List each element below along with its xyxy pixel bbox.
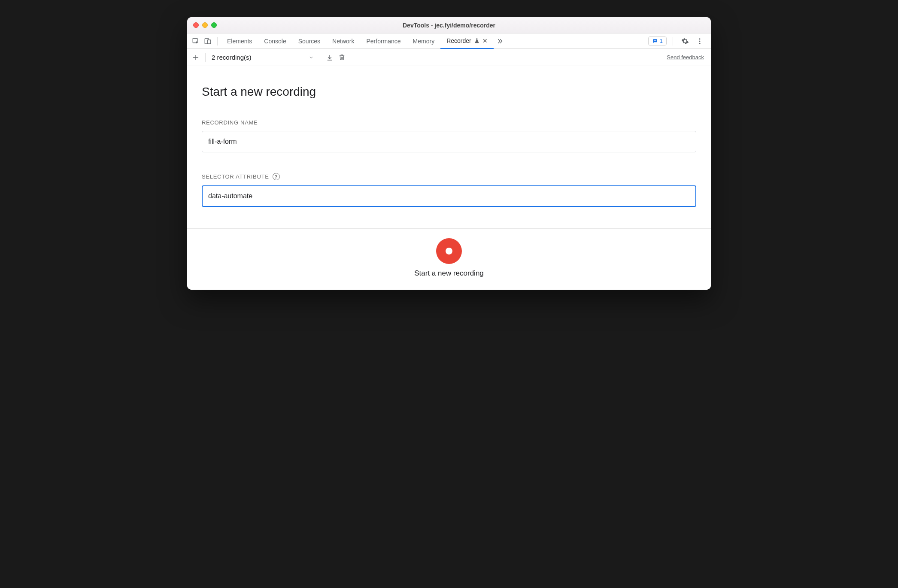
issues-button[interactable]: 1 xyxy=(648,36,667,45)
tab-performance[interactable]: Performance xyxy=(360,33,407,49)
separator xyxy=(642,37,642,45)
message-icon xyxy=(652,38,658,44)
tab-label: Elements xyxy=(227,38,252,45)
separator xyxy=(320,53,320,62)
send-feedback-link[interactable]: Send feedback xyxy=(667,54,704,61)
selector-attribute-label-text: SELECTOR ATTRIBUTE xyxy=(202,173,269,180)
close-window-button[interactable] xyxy=(193,22,199,28)
selector-attribute-input[interactable] xyxy=(202,185,696,207)
tabstrip: Elements Console Sources Network Perform… xyxy=(187,33,711,49)
delete-icon[interactable] xyxy=(336,52,348,64)
devtools-window: DevTools - jec.fyi/demo/recorder Element… xyxy=(187,17,711,290)
tab-label: Performance xyxy=(366,38,400,45)
close-tab-icon[interactable]: ✕ xyxy=(482,37,488,44)
more-tabs-icon[interactable] xyxy=(494,35,506,47)
recorder-content: Start a new recording RECORDING NAME SEL… xyxy=(187,66,711,207)
recordings-dropdown-label: 2 recording(s) xyxy=(212,54,252,61)
right-tools: 1 xyxy=(638,35,708,47)
tab-label: Memory xyxy=(413,38,435,45)
page-title: Start a new recording xyxy=(202,85,696,99)
svg-point-4 xyxy=(699,38,701,39)
start-recording-button[interactable] xyxy=(436,238,462,264)
svg-point-5 xyxy=(699,40,701,42)
recordings-dropdown[interactable]: 2 recording(s) xyxy=(209,52,316,64)
titlebar: DevTools - jec.fyi/demo/recorder xyxy=(187,17,711,33)
minimize-window-button[interactable] xyxy=(202,22,208,28)
svg-rect-2 xyxy=(207,40,211,44)
svg-rect-3 xyxy=(654,40,656,40)
recording-name-label: RECORDING NAME xyxy=(202,119,696,126)
traffic-lights xyxy=(193,22,217,28)
chevron-down-icon xyxy=(309,55,314,60)
start-recording-label: Start a new recording xyxy=(414,269,484,278)
add-recording-icon[interactable] xyxy=(190,52,202,64)
inspect-element-icon[interactable] xyxy=(190,35,202,47)
separator xyxy=(205,53,206,62)
separator xyxy=(217,37,218,45)
tab-memory[interactable]: Memory xyxy=(407,33,441,49)
recording-name-field: RECORDING NAME xyxy=(202,119,696,152)
tab-console[interactable]: Console xyxy=(258,33,292,49)
svg-point-6 xyxy=(699,42,701,44)
device-toolbar-icon[interactable] xyxy=(202,35,214,47)
selector-attribute-label: SELECTOR ATTRIBUTE ? xyxy=(202,173,696,180)
separator xyxy=(673,37,673,45)
tab-label: Console xyxy=(264,38,286,45)
tab-label: Network xyxy=(332,38,354,45)
recording-name-input[interactable] xyxy=(202,131,696,152)
issues-count: 1 xyxy=(660,38,663,44)
settings-icon[interactable] xyxy=(679,35,691,47)
tab-elements[interactable]: Elements xyxy=(221,33,258,49)
download-icon[interactable] xyxy=(324,52,336,64)
kebab-menu-icon[interactable] xyxy=(694,35,706,47)
tab-label: Sources xyxy=(298,38,320,45)
footer: Start a new recording xyxy=(187,228,711,290)
selector-attribute-field: SELECTOR ATTRIBUTE ? xyxy=(202,173,696,207)
recorder-toolbar: 2 recording(s) Send feedback xyxy=(187,49,711,66)
window-title: DevTools - jec.fyi/demo/recorder xyxy=(187,22,711,29)
tab-sources[interactable]: Sources xyxy=(292,33,326,49)
tab-recorder[interactable]: Recorder ✕ xyxy=(440,33,494,49)
record-icon xyxy=(446,248,452,255)
help-icon[interactable]: ? xyxy=(273,173,280,180)
flask-icon xyxy=(474,38,480,44)
tab-network[interactable]: Network xyxy=(326,33,360,49)
tab-label: Recorder xyxy=(446,37,471,44)
zoom-window-button[interactable] xyxy=(211,22,217,28)
